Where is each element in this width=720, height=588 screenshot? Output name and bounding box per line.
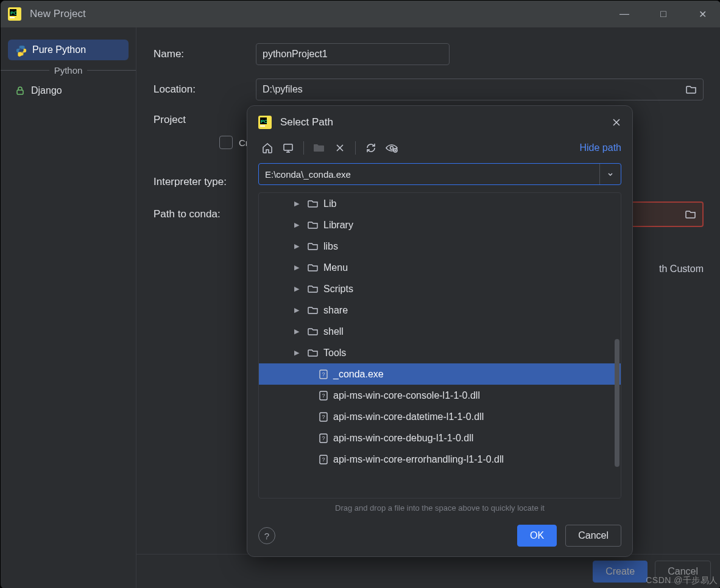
new-folder-icon[interactable] [310, 139, 328, 157]
path-input[interactable]: E:\conda\_conda.exe [258, 163, 621, 185]
titlebar[interactable]: PC New Project — □ ✕ [1, 1, 720, 27]
tree-folder[interactable]: ▶libs [259, 236, 621, 257]
tree-folder[interactable]: ▶Lib [259, 193, 621, 214]
tree-node-label: share [323, 305, 348, 316]
tree-file[interactable]: ?api-ms-win-core-datetime-l1-1-0.dll [259, 406, 621, 427]
expand-arrow-icon[interactable]: ▶ [294, 200, 303, 208]
delete-icon[interactable] [331, 139, 349, 157]
tree-node-label: api-ms-win-core-datetime-l1-1-0.dll [333, 411, 484, 422]
svg-point-10 [390, 147, 394, 150]
tree-file[interactable]: ?api-ms-win-core-debug-l1-1-0.dll [259, 427, 621, 449]
expand-arrow-icon[interactable]: ▶ [294, 327, 303, 335]
svg-text:PC: PC [261, 119, 267, 124]
project-type-sidebar: Pure Python Python Django [1, 27, 136, 588]
tree-node-label: Library [323, 220, 353, 231]
close-window-button[interactable]: ✕ [691, 5, 713, 23]
file-icon: ? [319, 433, 328, 444]
tree-node-label: api-ms-win-core-console-l1-1-0.dll [333, 390, 480, 401]
lock-icon [15, 86, 25, 96]
close-dialog-button[interactable] [612, 117, 621, 127]
window-footer: Create Cancel [136, 554, 720, 588]
new-project-window: PC New Project — □ ✕ Pure Python Python … [0, 0, 720, 588]
file-icon: ? [319, 369, 328, 380]
sidebar-item-django[interactable]: Django [8, 80, 129, 101]
folder-icon [308, 284, 319, 294]
drag-hint: Drag and drop a file into the space abov… [247, 501, 632, 519]
expand-arrow-icon[interactable]: ▶ [294, 349, 303, 357]
file-icon: ? [319, 411, 328, 422]
hide-path-link[interactable]: Hide path [580, 142, 622, 153]
tree-node-label: libs [323, 241, 338, 252]
location-input[interactable]: D:\pyfiles [256, 79, 704, 100]
pycharm-logo-icon: PC [8, 7, 21, 21]
dialog-toolbar: Hide path [247, 135, 632, 163]
sidebar-item-label: Pure Python [32, 44, 86, 55]
browse-folder-icon[interactable] [686, 85, 697, 94]
interpreter-type-label: Interpreter type: [154, 176, 251, 188]
path-history-dropdown[interactable] [599, 164, 621, 184]
browse-folder-icon[interactable] [685, 209, 696, 219]
select-path-dialog: PC Select Path Hide path E:\conda\_conda… [247, 105, 633, 557]
tree-node-label: Lib [323, 198, 336, 209]
tree-file[interactable]: ?api-ms-win-core-errorhandling-l1-1-0.dl… [259, 449, 621, 470]
folder-icon [308, 327, 319, 337]
tree-folder[interactable]: ▶Library [259, 214, 621, 236]
home-icon[interactable] [258, 139, 277, 157]
svg-rect-9 [284, 144, 292, 150]
folder-icon [308, 263, 319, 273]
path-to-conda-label: Path to conda: [154, 208, 251, 220]
expand-arrow-icon[interactable]: ▶ [294, 264, 303, 271]
svg-text:?: ? [322, 457, 325, 463]
tree-folder[interactable]: ▶shell [259, 321, 621, 342]
pycharm-logo-icon: PC [258, 116, 272, 129]
tree-file[interactable]: ?_conda.exe [259, 363, 621, 385]
ok-button[interactable]: OK [517, 525, 557, 547]
file-tree[interactable]: ▶Lib▶Library▶libs▶Menu▶Scripts▶share▶she… [258, 192, 621, 499]
location-label: Location: [154, 83, 245, 96]
show-hidden-icon[interactable] [383, 139, 401, 157]
scrollbar[interactable] [613, 193, 619, 498]
folder-icon [308, 242, 319, 251]
minimize-button[interactable]: — [613, 5, 635, 23]
sidebar-item-label: Django [31, 85, 62, 96]
file-icon: ? [319, 390, 328, 401]
name-input[interactable]: pythonProject1 [256, 43, 450, 65]
tree-folder[interactable]: ▶share [259, 299, 621, 321]
help-button[interactable]: ? [258, 527, 275, 544]
tree-folder[interactable]: ▶Menu [259, 257, 621, 278]
tree-node-label: api-ms-win-core-errorhandling-l1-1-0.dll [333, 454, 504, 465]
file-icon: ? [319, 454, 328, 465]
expand-arrow-icon[interactable]: ▶ [294, 306, 303, 314]
svg-text:PC: PC [10, 10, 17, 16]
svg-rect-2 [10, 17, 15, 18]
create-checkbox[interactable] [219, 136, 233, 149]
tree-node-label: Scripts [323, 284, 353, 295]
tree-folder[interactable]: ▶Scripts [259, 278, 621, 299]
watermark: CSDN @千步易人 [646, 575, 718, 586]
tree-node-label: shell [323, 326, 344, 337]
sidebar-group-python: Python [1, 63, 136, 78]
svg-rect-4 [17, 90, 23, 94]
maximize-button[interactable]: □ [652, 5, 674, 23]
folder-icon [308, 199, 319, 209]
svg-text:?: ? [322, 371, 325, 377]
dialog-title: Select Path [280, 116, 333, 128]
svg-text:?: ? [322, 393, 325, 399]
expand-arrow-icon[interactable]: ▶ [294, 221, 303, 229]
dialog-cancel-button[interactable]: Cancel [565, 525, 621, 547]
tree-file[interactable]: ?api-ms-win-core-console-l1-1-0.dll [259, 385, 621, 406]
folder-icon [308, 348, 319, 358]
expand-arrow-icon[interactable]: ▶ [294, 242, 303, 250]
expand-arrow-icon[interactable]: ▶ [294, 285, 303, 293]
folder-icon [308, 306, 319, 315]
desktop-icon[interactable] [279, 139, 297, 157]
folder-icon [308, 220, 319, 230]
window-title: New Project [30, 8, 86, 20]
tree-folder[interactable]: ▶Tools [259, 342, 621, 363]
create-button[interactable]: Create [593, 561, 648, 583]
tree-node-label: Menu [323, 262, 348, 273]
tree-node-label: api-ms-win-core-debug-l1-1-0.dll [333, 433, 473, 444]
sidebar-item-pure-python[interactable]: Pure Python [8, 40, 129, 60]
svg-rect-7 [260, 125, 265, 127]
refresh-icon[interactable] [362, 139, 380, 157]
